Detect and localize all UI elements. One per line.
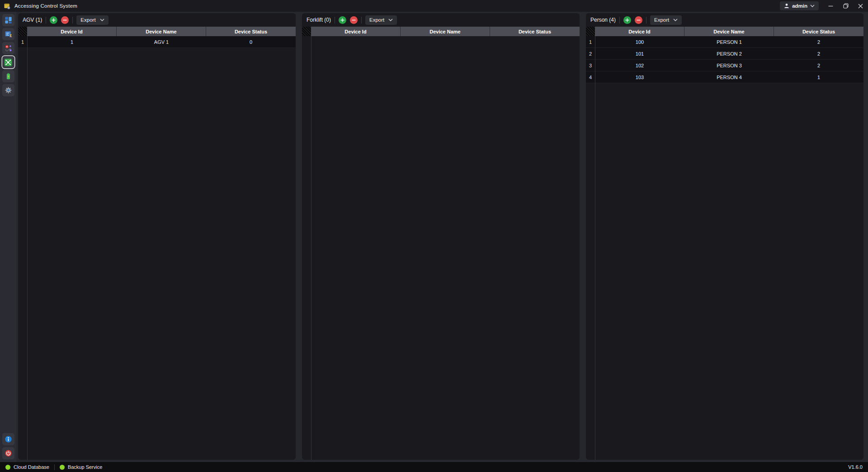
chevron-down-icon: [810, 5, 815, 7]
toolbar-divider: [46, 17, 46, 24]
column-header[interactable]: Device Status: [774, 27, 863, 36]
status-ok-icon: [5, 465, 10, 470]
panel-person: Person (4) Exp: [586, 13, 863, 460]
app-icon: [4, 3, 10, 9]
column-header[interactable]: Device Status: [206, 27, 296, 36]
table-cell: AGV 1: [117, 36, 206, 47]
user-menu[interactable]: admin: [780, 1, 819, 10]
column-header[interactable]: Device Id: [27, 27, 117, 36]
battery-icon: [4, 72, 13, 80]
select-all-corner[interactable]: [18, 27, 27, 36]
close-button[interactable]: [853, 0, 868, 12]
table-cell: PERSON 3: [684, 60, 774, 71]
add-device-button[interactable]: [339, 16, 346, 24]
title-bar: Accessing Control System admin: [0, 0, 868, 12]
table-row[interactable]: 3102PERSON 32: [586, 60, 863, 71]
add-device-button[interactable]: [50, 16, 57, 24]
minus-icon: [352, 18, 356, 22]
table-cell: PERSON 2: [684, 48, 774, 59]
restore-icon: [843, 3, 849, 9]
application-window: Accessing Control System admin: [0, 0, 868, 472]
table-cell: 103: [595, 71, 684, 83]
plus-icon: [340, 18, 344, 22]
remove-device-button[interactable]: [635, 16, 642, 24]
table-cell: 2: [774, 48, 863, 59]
column-header[interactable]: Device Id: [595, 27, 684, 36]
column-header[interactable]: Device Name: [117, 27, 206, 36]
app-title: Accessing Control System: [14, 3, 77, 9]
minimize-button[interactable]: [823, 0, 838, 12]
remove-device-button[interactable]: [350, 16, 358, 24]
row-number: 2: [586, 48, 595, 59]
column-header[interactable]: Device Name: [684, 27, 774, 36]
table-row[interactable]: 2101PERSON 22: [586, 48, 863, 60]
export-button[interactable]: Export: [365, 15, 397, 25]
select-all-corner[interactable]: [302, 27, 311, 36]
panel-toolbar: Person (4) Exp: [586, 13, 863, 27]
sidebar-item-power[interactable]: [2, 447, 14, 459]
sidebar-item-settings[interactable]: [2, 84, 14, 96]
table-cell: 100: [595, 36, 684, 47]
route-icon: [4, 44, 13, 52]
status-divider: [54, 464, 55, 470]
select-all-corner[interactable]: [586, 27, 595, 36]
table-row[interactable]: 4103PERSON 41: [586, 71, 863, 83]
table-body: 1100PERSON 122101PERSON 223102PERSON 324…: [586, 36, 863, 460]
panel-forklift: Forklift (0) E: [302, 13, 580, 460]
column-header[interactable]: Device Id: [311, 27, 401, 36]
toolbar-divider: [361, 17, 362, 24]
close-icon: [858, 4, 863, 9]
plus-icon: [52, 18, 56, 22]
minus-icon: [637, 18, 641, 22]
column-header[interactable]: Device Name: [401, 27, 490, 36]
panel-title: Forklift (0): [307, 17, 331, 23]
network-icon: [4, 58, 13, 67]
export-label: Export: [369, 17, 384, 23]
sidebar-item-info[interactable]: [2, 433, 14, 445]
user-icon: [784, 3, 789, 9]
sidebar-item-route[interactable]: [2, 42, 14, 54]
sidebar-item-report[interactable]: [2, 28, 14, 40]
toolbar-divider: [335, 17, 335, 24]
panel-agv: AGV (1) Export: [18, 13, 296, 460]
table-cell: 2: [774, 60, 863, 71]
chevron-down-icon: [673, 19, 678, 21]
toolbar-divider: [646, 17, 646, 24]
panel-toolbar: Forklift (0) E: [302, 13, 580, 27]
export-button[interactable]: Export: [76, 15, 108, 25]
restore-button[interactable]: [838, 0, 853, 12]
panel-title: Person (4): [590, 17, 616, 23]
row-number: 1: [18, 36, 27, 47]
table-row[interactable]: 1100PERSON 12: [586, 36, 863, 48]
export-button[interactable]: Export: [650, 15, 682, 25]
table-row[interactable]: 11AGV 10: [18, 36, 296, 48]
add-device-button[interactable]: [623, 16, 631, 24]
minimize-icon: [828, 4, 833, 9]
minus-icon: [63, 18, 67, 22]
panel-title: AGV (1): [23, 17, 42, 23]
table-body: [302, 36, 580, 460]
user-label: admin: [792, 3, 807, 9]
table-header-row: Device IdDevice NameDevice Status: [586, 27, 863, 36]
table-cell: 102: [595, 60, 684, 71]
toolbar-divider: [619, 17, 620, 24]
power-icon: [4, 449, 13, 458]
column-header[interactable]: Device Status: [490, 27, 580, 36]
remove-device-button[interactable]: [61, 16, 69, 24]
info-icon: [4, 435, 13, 444]
table-cell: PERSON 4: [684, 71, 774, 83]
chevron-down-icon: [388, 19, 393, 21]
export-label: Export: [80, 17, 95, 23]
gear-icon: [4, 86, 13, 94]
sidebar-item-network[interactable]: [2, 56, 14, 68]
table-body: 11AGV 10: [18, 36, 296, 460]
table-cell: 1: [774, 71, 863, 83]
sidebar-item-battery[interactable]: [2, 70, 14, 82]
table-cell: 101: [595, 48, 684, 59]
sidebar-item-dashboard[interactable]: [2, 14, 14, 26]
sidebar: [0, 12, 16, 462]
status-bar: Cloud Database Backup Service V1.6.0: [0, 462, 868, 472]
row-number: 3: [586, 60, 595, 71]
status-ok-icon: [60, 465, 65, 470]
table-cell: 2: [774, 36, 863, 47]
